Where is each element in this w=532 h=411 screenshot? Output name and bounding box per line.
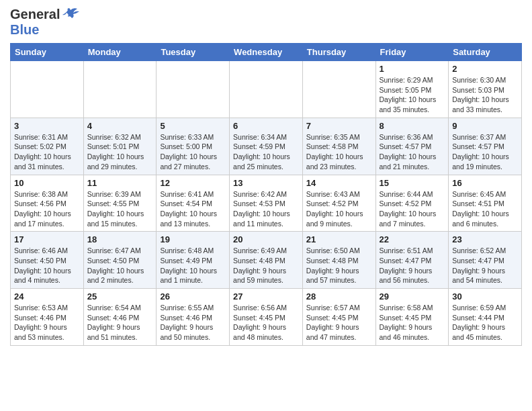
calendar-cell: 15Sunrise: 6:44 AM Sunset: 4:52 PM Dayli… bbox=[375, 175, 449, 232]
calendar-cell: 20Sunrise: 6:49 AM Sunset: 4:48 PM Dayli… bbox=[230, 232, 303, 289]
day-info: Sunrise: 6:44 AM Sunset: 4:52 PM Dayligh… bbox=[380, 189, 445, 229]
calendar-cell bbox=[11, 61, 84, 118]
calendar-header-row: SundayMondayTuesdayWednesdayThursdayFrid… bbox=[11, 44, 522, 61]
day-number: 10 bbox=[14, 178, 80, 188]
day-info: Sunrise: 6:39 AM Sunset: 4:55 PM Dayligh… bbox=[87, 189, 153, 229]
calendar-week-row: 24Sunrise: 6:53 AM Sunset: 4:46 PM Dayli… bbox=[11, 289, 522, 346]
calendar-cell: 29Sunrise: 6:58 AM Sunset: 4:45 PM Dayli… bbox=[375, 289, 449, 346]
day-number: 14 bbox=[306, 178, 372, 188]
calendar-cell: 8Sunrise: 6:36 AM Sunset: 4:57 PM Daylig… bbox=[375, 118, 449, 175]
calendar-cell: 6Sunrise: 6:34 AM Sunset: 4:59 PM Daylig… bbox=[230, 118, 303, 175]
day-number: 20 bbox=[233, 234, 299, 244]
day-number: 21 bbox=[306, 234, 372, 244]
day-number: 18 bbox=[87, 234, 153, 244]
day-info: Sunrise: 6:53 AM Sunset: 4:46 PM Dayligh… bbox=[14, 303, 80, 342]
day-info: Sunrise: 6:42 AM Sunset: 4:53 PM Dayligh… bbox=[233, 189, 299, 229]
calendar-cell: 10Sunrise: 6:38 AM Sunset: 4:56 PM Dayli… bbox=[11, 175, 84, 232]
calendar-week-row: 1Sunrise: 6:29 AM Sunset: 5:05 PM Daylig… bbox=[11, 61, 522, 118]
day-number: 24 bbox=[14, 291, 80, 302]
calendar-cell: 25Sunrise: 6:54 AM Sunset: 4:46 PM Dayli… bbox=[83, 289, 157, 346]
calendar-cell: 7Sunrise: 6:35 AM Sunset: 4:58 PM Daylig… bbox=[302, 118, 375, 175]
day-number: 9 bbox=[452, 121, 518, 131]
logo-blue: Blue bbox=[10, 22, 39, 37]
day-info: Sunrise: 6:43 AM Sunset: 4:52 PM Dayligh… bbox=[306, 189, 372, 229]
day-info: Sunrise: 6:47 AM Sunset: 4:50 PM Dayligh… bbox=[87, 246, 153, 285]
calendar-cell: 21Sunrise: 6:50 AM Sunset: 4:48 PM Dayli… bbox=[302, 232, 375, 289]
day-number: 7 bbox=[306, 121, 372, 131]
day-number: 8 bbox=[380, 121, 445, 131]
calendar-cell bbox=[230, 61, 303, 118]
calendar-cell bbox=[302, 61, 375, 118]
day-info: Sunrise: 6:32 AM Sunset: 5:01 PM Dayligh… bbox=[87, 132, 153, 172]
calendar-week-row: 3Sunrise: 6:31 AM Sunset: 5:02 PM Daylig… bbox=[11, 118, 522, 175]
calendar-cell: 30Sunrise: 6:59 AM Sunset: 4:44 PM Dayli… bbox=[449, 289, 522, 346]
day-info: Sunrise: 6:37 AM Sunset: 4:57 PM Dayligh… bbox=[452, 132, 518, 172]
day-info: Sunrise: 6:30 AM Sunset: 5:03 PM Dayligh… bbox=[452, 75, 518, 115]
day-number: 23 bbox=[452, 234, 518, 244]
day-info: Sunrise: 6:52 AM Sunset: 4:47 PM Dayligh… bbox=[452, 246, 518, 285]
day-number: 19 bbox=[160, 234, 226, 244]
calendar-cell: 27Sunrise: 6:56 AM Sunset: 4:45 PM Dayli… bbox=[230, 289, 303, 346]
calendar-day-header: Saturday bbox=[449, 44, 522, 61]
day-info: Sunrise: 6:38 AM Sunset: 4:56 PM Dayligh… bbox=[14, 189, 80, 229]
calendar-cell: 28Sunrise: 6:57 AM Sunset: 4:45 PM Dayli… bbox=[302, 289, 375, 346]
calendar-day-header: Wednesday bbox=[230, 44, 303, 61]
day-number: 2 bbox=[452, 64, 518, 74]
day-number: 16 bbox=[452, 178, 518, 188]
calendar-cell: 13Sunrise: 6:42 AM Sunset: 4:53 PM Dayli… bbox=[230, 175, 303, 232]
calendar-cell: 4Sunrise: 6:32 AM Sunset: 5:01 PM Daylig… bbox=[83, 118, 157, 175]
calendar-cell: 9Sunrise: 6:37 AM Sunset: 4:57 PM Daylig… bbox=[449, 118, 522, 175]
day-number: 5 bbox=[160, 121, 226, 131]
day-info: Sunrise: 6:35 AM Sunset: 4:58 PM Dayligh… bbox=[306, 132, 372, 172]
logo: General Blue bbox=[10, 7, 80, 38]
day-info: Sunrise: 6:58 AM Sunset: 4:45 PM Dayligh… bbox=[380, 303, 445, 342]
calendar-day-header: Thursday bbox=[302, 44, 375, 61]
day-info: Sunrise: 6:50 AM Sunset: 4:48 PM Dayligh… bbox=[306, 246, 372, 285]
day-number: 1 bbox=[380, 64, 445, 74]
calendar-cell: 14Sunrise: 6:43 AM Sunset: 4:52 PM Dayli… bbox=[302, 175, 375, 232]
day-number: 12 bbox=[160, 178, 226, 188]
day-info: Sunrise: 6:46 AM Sunset: 4:50 PM Dayligh… bbox=[14, 246, 80, 285]
day-number: 22 bbox=[380, 234, 445, 244]
day-number: 4 bbox=[87, 121, 153, 131]
day-info: Sunrise: 6:48 AM Sunset: 4:49 PM Dayligh… bbox=[160, 246, 226, 285]
day-info: Sunrise: 6:33 AM Sunset: 5:00 PM Dayligh… bbox=[160, 132, 226, 172]
page-container: General Blue SundayMondayTuesdayWednesda… bbox=[0, 0, 532, 353]
day-number: 13 bbox=[233, 178, 299, 188]
logo-general: General bbox=[10, 7, 60, 22]
day-number: 28 bbox=[306, 291, 372, 302]
calendar-cell: 12Sunrise: 6:41 AM Sunset: 4:54 PM Dayli… bbox=[157, 175, 230, 232]
day-info: Sunrise: 6:45 AM Sunset: 4:51 PM Dayligh… bbox=[452, 189, 518, 229]
page-header: General Blue bbox=[10, 7, 522, 38]
day-number: 17 bbox=[14, 234, 80, 244]
calendar-cell: 19Sunrise: 6:48 AM Sunset: 4:49 PM Dayli… bbox=[157, 232, 230, 289]
day-info: Sunrise: 6:59 AM Sunset: 4:44 PM Dayligh… bbox=[452, 303, 518, 342]
calendar-week-row: 17Sunrise: 6:46 AM Sunset: 4:50 PM Dayli… bbox=[11, 232, 522, 289]
calendar-cell bbox=[157, 61, 230, 118]
calendar-cell: 16Sunrise: 6:45 AM Sunset: 4:51 PM Dayli… bbox=[449, 175, 522, 232]
calendar-cell: 2Sunrise: 6:30 AM Sunset: 5:03 PM Daylig… bbox=[449, 61, 522, 118]
day-number: 11 bbox=[87, 178, 153, 188]
day-info: Sunrise: 6:56 AM Sunset: 4:45 PM Dayligh… bbox=[233, 303, 299, 342]
day-number: 29 bbox=[380, 291, 445, 302]
calendar-cell bbox=[83, 61, 157, 118]
day-number: 6 bbox=[233, 121, 299, 131]
calendar-cell: 18Sunrise: 6:47 AM Sunset: 4:50 PM Dayli… bbox=[83, 232, 157, 289]
day-info: Sunrise: 6:31 AM Sunset: 5:02 PM Dayligh… bbox=[14, 132, 80, 172]
calendar-cell: 26Sunrise: 6:55 AM Sunset: 4:46 PM Dayli… bbox=[157, 289, 230, 346]
day-info: Sunrise: 6:51 AM Sunset: 4:47 PM Dayligh… bbox=[380, 246, 445, 285]
calendar-day-header: Tuesday bbox=[157, 44, 230, 61]
calendar-cell: 3Sunrise: 6:31 AM Sunset: 5:02 PM Daylig… bbox=[11, 118, 84, 175]
calendar-cell: 23Sunrise: 6:52 AM Sunset: 4:47 PM Dayli… bbox=[449, 232, 522, 289]
day-info: Sunrise: 6:54 AM Sunset: 4:46 PM Dayligh… bbox=[87, 303, 153, 342]
day-number: 30 bbox=[452, 291, 518, 302]
day-info: Sunrise: 6:55 AM Sunset: 4:46 PM Dayligh… bbox=[160, 303, 226, 342]
day-info: Sunrise: 6:29 AM Sunset: 5:05 PM Dayligh… bbox=[380, 75, 445, 115]
day-info: Sunrise: 6:57 AM Sunset: 4:45 PM Dayligh… bbox=[306, 303, 372, 342]
calendar-day-header: Monday bbox=[83, 44, 157, 61]
logo-bird-icon bbox=[61, 7, 80, 22]
calendar-cell: 17Sunrise: 6:46 AM Sunset: 4:50 PM Dayli… bbox=[11, 232, 84, 289]
calendar-cell: 22Sunrise: 6:51 AM Sunset: 4:47 PM Dayli… bbox=[375, 232, 449, 289]
day-number: 26 bbox=[160, 291, 226, 302]
calendar-table: SundayMondayTuesdayWednesdayThursdayFrid… bbox=[10, 43, 522, 346]
